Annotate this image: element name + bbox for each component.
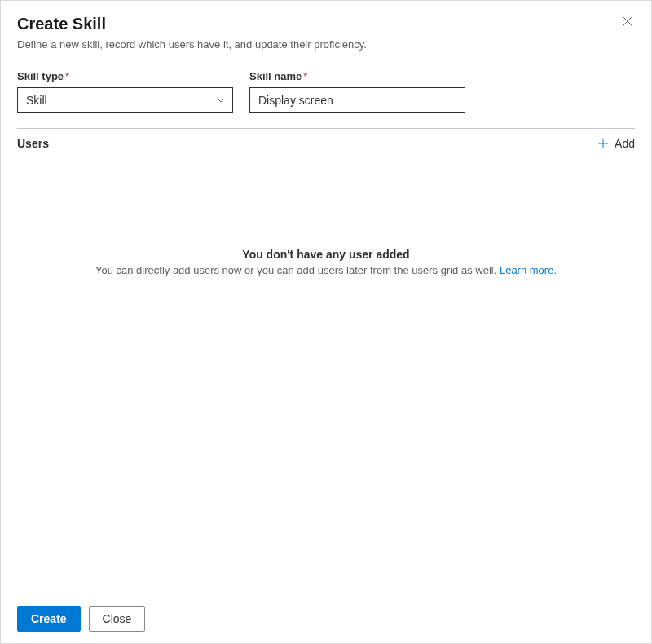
- skill-type-value: Skill: [26, 94, 47, 107]
- panel-header: Create Skill Define a new skill, record …: [1, 1, 651, 55]
- skill-name-label-text: Skill name: [249, 70, 302, 82]
- empty-state-text: You can directly add users now or you ca…: [95, 264, 500, 276]
- panel-subtitle: Define a new skill, record which users h…: [17, 38, 635, 51]
- close-icon[interactable]: [622, 15, 637, 30]
- skill-type-dropdown[interactable]: Skill: [17, 87, 233, 113]
- form-row: Skill type* Skill Skill name*: [1, 55, 651, 128]
- chevron-down-icon: [216, 95, 226, 105]
- panel-footer: Create Close: [1, 594, 651, 643]
- empty-state-description: You can directly add users now or you ca…: [95, 264, 557, 276]
- skill-name-label: Skill name*: [249, 70, 465, 82]
- create-button[interactable]: Create: [17, 606, 81, 632]
- create-skill-panel: Create Skill Define a new skill, record …: [0, 0, 652, 644]
- required-asterisk: *: [303, 70, 307, 82]
- panel-title: Create Skill: [17, 14, 635, 33]
- add-button-label: Add: [615, 137, 635, 150]
- skill-type-label: Skill type*: [17, 70, 233, 82]
- add-user-button[interactable]: Add: [597, 137, 635, 150]
- empty-state-title: You don't have any user added: [242, 248, 409, 261]
- close-button[interactable]: Close: [89, 606, 146, 632]
- required-asterisk: *: [65, 70, 69, 82]
- users-section-label: Users: [17, 137, 49, 150]
- plus-icon: [597, 137, 610, 150]
- users-empty-state: You don't have any user added You can di…: [1, 150, 651, 594]
- learn-more-link[interactable]: Learn more.: [500, 264, 557, 276]
- skill-type-label-text: Skill type: [17, 70, 64, 82]
- skill-name-input[interactable]: [249, 87, 465, 113]
- users-section-header: Users Add: [1, 129, 651, 150]
- skill-type-field: Skill type* Skill: [17, 70, 233, 113]
- skill-name-field: Skill name*: [249, 70, 465, 113]
